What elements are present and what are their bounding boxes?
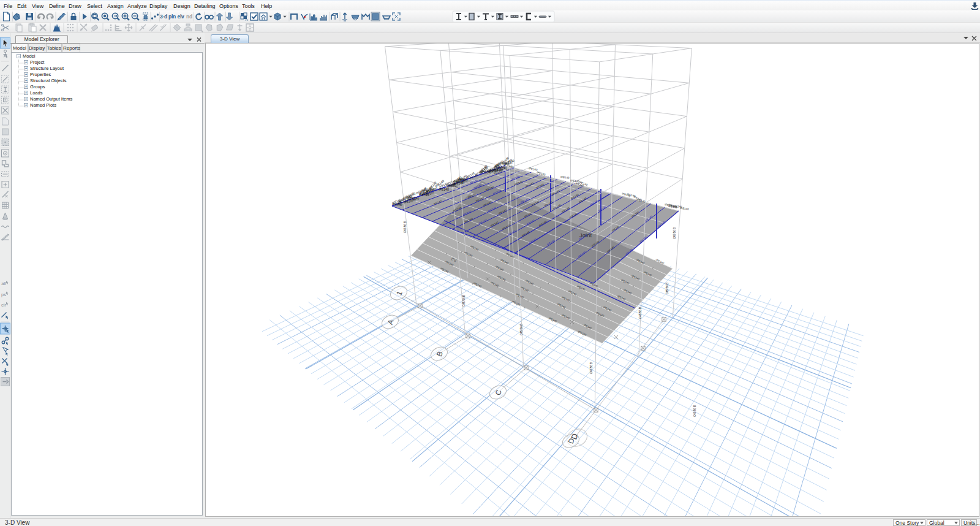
svg-text:IPE140: IPE140 <box>560 175 570 180</box>
svg-text:all: all <box>1 281 6 286</box>
svg-text:3-d: 3-d <box>160 13 167 20</box>
svg-text:IPE140: IPE140 <box>439 188 449 191</box>
svg-text:nd: nd <box>186 13 192 20</box>
svg-text:clr: clr <box>1 302 6 308</box>
svg-text:C45/56 B: C45/56 B <box>520 324 523 335</box>
svg-text:C45/56 B: C45/56 B <box>639 307 642 319</box>
svg-text:elv: elv <box>178 13 184 20</box>
svg-text:C45/56 B: C45/56 B <box>673 227 676 239</box>
svg-text:IPE140: IPE140 <box>680 207 689 211</box>
svg-text:ps: ps <box>1 292 6 297</box>
svg-text:C45/56 B: C45/56 B <box>462 295 466 307</box>
svg-text:IPE140: IPE140 <box>570 179 579 183</box>
svg-text:C45/56 B: C45/56 B <box>693 405 696 417</box>
svg-text:pln: pln <box>168 13 176 20</box>
svg-text:IPE140: IPE140 <box>497 166 507 170</box>
svg-text:C45/56 B: C45/56 B <box>666 283 669 294</box>
svg-text:C45/56 B: C45/56 B <box>404 221 407 233</box>
svg-text:IPE140: IPE140 <box>529 167 538 172</box>
svg-text:C45/56 B: C45/56 B <box>590 362 593 374</box>
svg-text:Joint: Joint <box>579 232 592 238</box>
